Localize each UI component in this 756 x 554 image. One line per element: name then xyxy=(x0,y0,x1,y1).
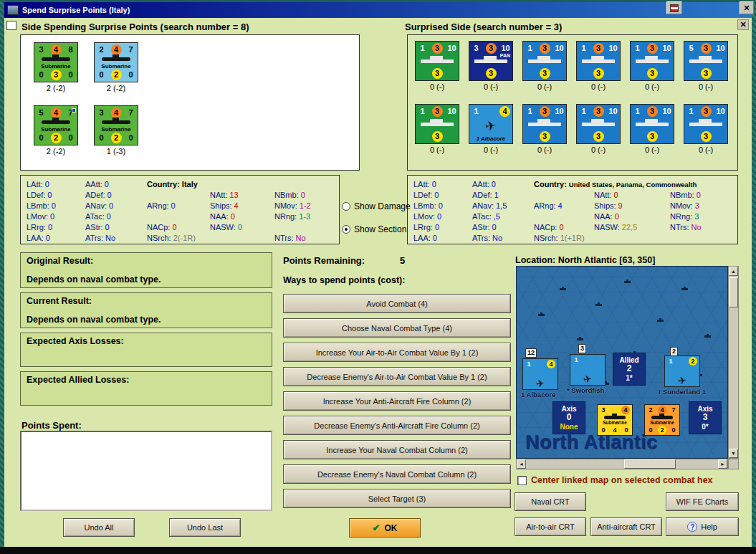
stat-label: LDef: xyxy=(413,191,432,199)
spend-option-button[interactable]: Decrease Enemy's Air-to-Air Combat Value… xyxy=(283,367,511,386)
unit-counter[interactable]: 348Submarine030 xyxy=(34,42,78,82)
spend-option-button[interactable]: Increase Your Air-to-Air Combat Value By… xyxy=(283,343,511,362)
stat-ships: Ships:4 xyxy=(210,201,239,210)
spend-option-button[interactable]: Increase Your Anti-Aircraft Fire Column … xyxy=(283,391,511,411)
scroll-left-button[interactable]: ◄ xyxy=(517,459,526,469)
radio-icon[interactable] xyxy=(342,225,350,234)
unit-counter[interactable]: 12 xyxy=(664,355,700,387)
map-vertical-scrollbar[interactable]: ▲ ▼ xyxy=(728,266,739,459)
flag-button[interactable] xyxy=(666,1,682,14)
map-unit[interactable]: 1 xyxy=(570,354,606,386)
counter-factor: 3 xyxy=(701,131,712,142)
unit-counter[interactable]: 3310PAN3 xyxy=(469,41,513,81)
counter-factor: 1 xyxy=(579,43,588,54)
center-map-checkbox[interactable] xyxy=(517,476,527,485)
anti-aircraft-crt-button[interactable]: Anti-aircraft CRT xyxy=(590,517,662,536)
map-box-line: None xyxy=(560,423,578,431)
unit-counter[interactable]: 34Submarine040 xyxy=(597,404,633,436)
unit-counter[interactable]: 13103 xyxy=(415,104,459,144)
counter-bottom-row: 3 xyxy=(524,68,565,79)
unit-counter[interactable]: 14 xyxy=(522,358,558,390)
show-section-radio[interactable]: Show Section xyxy=(342,224,406,234)
counter-factor: 0 xyxy=(66,133,75,143)
unit-counter[interactable]: 247Submarine020 xyxy=(644,404,680,436)
counter-factor: 10 xyxy=(447,106,456,117)
ship-silhouette-icon xyxy=(582,59,615,63)
show-damage-radio[interactable]: Show Damage xyxy=(342,201,411,211)
counter-top-row: 247 xyxy=(95,44,137,55)
map-horizontal-scrollbar[interactable]: ◄ ► xyxy=(516,459,728,469)
spend-option-button[interactable]: Increase Your Naval Combat Column (2) xyxy=(283,440,511,459)
unit-counter[interactable]: 13103 xyxy=(630,41,674,81)
points-spent-list[interactable] xyxy=(20,431,272,511)
counter-factor: 3 xyxy=(432,68,443,79)
counter-bottom-row: 020 xyxy=(95,133,137,143)
child-close-button[interactable]: ✕ xyxy=(737,19,749,30)
counter-status-label: 0 (-) xyxy=(484,82,498,91)
counter-factor: 3 xyxy=(593,106,604,117)
unit-counter[interactable]: 13103 xyxy=(630,104,674,144)
unit-counter[interactable]: 13103 xyxy=(684,104,728,144)
map-info-box[interactable]: Allied21* xyxy=(613,353,646,386)
stat-astr: AStr:0 xyxy=(472,223,497,231)
unit-counter[interactable]: 1 xyxy=(570,354,606,386)
stat-label: LMov: xyxy=(413,212,435,221)
map-info-box[interactable]: Axis30* xyxy=(689,401,722,434)
counter-status-label: 0 (-) xyxy=(591,145,606,154)
air-to-air-crt-button[interactable]: Air-to-air CRT xyxy=(515,517,586,536)
spend-option-button[interactable]: Decrease Enemy's Anti-Aircraft Fire Colu… xyxy=(283,416,511,435)
center-map-option[interactable]: Center linked map on selected combat hex xyxy=(517,475,713,485)
wif-fe-charts-button[interactable]: WIF FE Charts xyxy=(666,492,739,511)
unit-counter[interactable]: 141 Albacore xyxy=(469,104,513,144)
scroll-up-button[interactable]: ▲ xyxy=(729,267,738,276)
counter-factor: 1 xyxy=(667,357,674,366)
surprised-unit-cell: 131030 (-) xyxy=(412,41,462,104)
stat-value: 0 xyxy=(615,212,619,221)
stat-value: No xyxy=(295,234,305,242)
counter-name: Submarine xyxy=(603,420,627,425)
naval-crt-button[interactable]: Naval CRT xyxy=(515,492,586,511)
map-unit[interactable]: 12 xyxy=(664,355,700,387)
spend-option-button[interactable]: Avoid Combat (4) xyxy=(283,294,511,313)
counter-factor: 10 xyxy=(662,43,671,54)
counter-status-label: 0 (-) xyxy=(430,82,444,91)
unit-counter[interactable]: 13103 xyxy=(576,41,621,81)
stat-atac: ATac:0 xyxy=(85,212,111,221)
map-unit[interactable]: 14 xyxy=(522,358,558,390)
spend-option-button[interactable]: Choose Naval Combat Type (4) xyxy=(283,318,511,338)
spend-option-button[interactable]: Select Target (3) xyxy=(283,489,511,508)
surprised-unit-cell: 131030 (-) xyxy=(520,104,570,167)
counter-factor: 3 xyxy=(486,68,497,79)
unit-counter[interactable]: 13103 xyxy=(576,104,621,144)
unit-counter[interactable]: 347Submarine020 xyxy=(94,105,138,145)
map-unit[interactable]: 34Submarine040 xyxy=(597,404,633,436)
vertical-scroll-thumb[interactable] xyxy=(729,277,738,307)
horizontal-scroll-thumb[interactable] xyxy=(624,459,676,469)
spend-option-button[interactable]: Decrease Enemy's Naval Combat Column (2) xyxy=(283,464,511,484)
scroll-right-button[interactable]: ► xyxy=(718,459,727,469)
unit-counter[interactable]: 13103 xyxy=(522,41,567,81)
ok-button[interactable]: ✔ OK xyxy=(349,518,421,538)
counter-factor: 1 xyxy=(525,360,532,368)
ok-label: OK xyxy=(384,523,397,533)
map-unit[interactable]: 247Submarine020 xyxy=(644,404,680,436)
unit-counter[interactable]: 247Submarine020 xyxy=(94,42,138,82)
counter-status-label: 0 (-) xyxy=(537,82,552,91)
close-button[interactable]: ✕ xyxy=(740,1,754,14)
counter-status-label: 1 (-3) xyxy=(107,147,125,156)
radio-icon[interactable] xyxy=(342,202,350,211)
stat-ldef: LDef:0 xyxy=(413,191,439,199)
scroll-down-button[interactable]: ▼ xyxy=(729,449,738,458)
counter-factor: 3 xyxy=(647,106,658,117)
map-info-box[interactable]: Axis0None xyxy=(552,401,585,434)
unit-counter[interactable]: 53103 xyxy=(684,41,728,81)
undo-last-button[interactable]: Undo Last xyxy=(169,518,241,537)
map-view[interactable]: North Atlantic 12141 Albacore31* Swordfi… xyxy=(516,266,728,459)
child-window-icon[interactable] xyxy=(6,21,16,30)
stat-label: ATrs: xyxy=(472,234,490,242)
unit-counter[interactable]: 13103 xyxy=(522,104,567,144)
unit-counter[interactable]: 13103 xyxy=(415,41,459,81)
help-button[interactable]: ? Help xyxy=(666,517,739,536)
undo-all-button[interactable]: Undo All xyxy=(63,518,135,537)
unit-counter[interactable]: 547Submarine020 xyxy=(34,105,78,145)
